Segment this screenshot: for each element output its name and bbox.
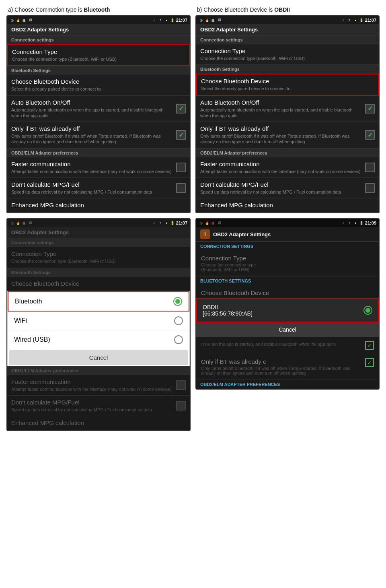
wifi-status-icon: ▾ [164, 18, 169, 23]
dialog-bluetooth-radio[interactable] [173, 297, 182, 306]
bg-mpg-title-a2: Don't calculate MPG/Fuel [11, 399, 173, 406]
only-bt-text: Only if BT was already off Only turns on… [11, 125, 173, 145]
faster-text: Faster communication Attempt faster comm… [11, 161, 173, 174]
dark-only-cb[interactable]: ✓ [365, 358, 374, 367]
status-left-b2: ◎ 🔥 ▦ 🖼 [199, 221, 222, 225]
only-bt-item-a1[interactable]: Only if BT was already off Only turns on… [7, 122, 190, 149]
dark-conn-type[interactable]: Connection Type Choose the connection ty… [196, 251, 379, 276]
auto-bt-checkbox[interactable]: ✓ [176, 104, 186, 113]
bg-bt-title-a2: Choose Bluetooth Device [11, 280, 186, 287]
bg-enhanced-a2: Enhanced MPG calculation [7, 416, 190, 430]
dark-settings-b2: CONNECTION SETTINGS Connection Type Choo… [196, 242, 379, 389]
mpg-cb-b1[interactable] [365, 183, 375, 193]
enhanced-b1[interactable]: Enhanced MPG calculation [196, 198, 379, 213]
check-icon2: ✓ [179, 131, 184, 139]
bg-conn-text-a2: Connection Type Choose the connection ty… [11, 250, 186, 264]
dark-section-obd: OBD2/ELM ADAPTER PREFERENCES [196, 380, 379, 389]
bat-b2: 🔋 [359, 221, 364, 225]
bg-mpg-cb-a2 [176, 401, 186, 411]
dialog-bluetooth-label: Bluetooth [15, 298, 42, 305]
enhanced-text: Enhanced MPG calculation [11, 202, 186, 209]
dark-only-bt[interactable]: Only if BT was already c Only turns on/o… [196, 354, 379, 380]
bg-bt-a2: Choose Bluetooth Device [7, 277, 190, 291]
bg-faster-title-a2: Faster communication [11, 378, 173, 386]
auto-bt-cb-b1[interactable]: ✓ [365, 104, 375, 113]
quadrant-a-bottom: ◎ 🔥 ▦ 🖼 ⑁ ? ▾ 🔋 21:07 OBD2 Adapter Setti… [4, 216, 193, 433]
dark-obdii-radio[interactable] [363, 306, 372, 315]
bg-conn-title-a2: Connection Type [11, 250, 186, 258]
dark-auto-bt[interactable]: on when the app is started, and disable … [196, 337, 379, 354]
enhanced-title: Enhanced MPG calculation [11, 202, 186, 209]
grid-icon-b: ▦ [211, 18, 216, 23]
bg-enhanced-text-a2: Enhanced MPG calculation [11, 419, 186, 427]
dialog-wifi-option[interactable]: WiFi [8, 312, 189, 330]
faster-b1[interactable]: Faster communication Attempt faster comm… [196, 157, 379, 178]
faster-sub-b1: Attempt faster communications with the i… [200, 169, 362, 174]
only-bt-b1[interactable]: Only if BT was already off Only turns on… [196, 122, 379, 149]
section-header-connection-a1: Connection settings [7, 35, 190, 44]
dark-cancel-btn[interactable]: Cancel [196, 322, 379, 337]
status-left-a2: ◎ 🔥 ▦ 🖼 [10, 221, 33, 225]
choose-bt-text-b1: Choose Bluetooth Device Select the alrea… [201, 78, 374, 91]
choose-bt-title: Choose Bluetooth Device [11, 78, 186, 85]
conn-type-title-b1: Connection Type [200, 47, 375, 55]
choose-bt-item-a1[interactable]: Choose Bluetooth Device Select the alrea… [7, 75, 190, 95]
only-bt-checkbox[interactable]: ✓ [176, 130, 186, 140]
wifi-status-icon-b: ▾ [353, 18, 358, 23]
connection-type-title: Connection Type [12, 48, 185, 56]
dark-choose-bt[interactable]: Choose Bluetooth Device [196, 285, 379, 298]
faster-checkbox[interactable] [176, 163, 186, 172]
dialog-usb-radio[interactable] [174, 335, 183, 344]
bg-faster-cb-a2 [176, 380, 186, 390]
connection-type-item-a1[interactable]: Connection Type Choose the connection ty… [7, 44, 190, 66]
dark-choose-text: Choose Bluetooth Device [201, 289, 269, 296]
mpg-sub: Speed up data retrieval by not calculati… [11, 189, 173, 195]
section-b-label: b) Choose Bluetooth Device is OBDII [195, 6, 380, 13]
bg-mpg-a2: Don't calculate MPG/Fuel Speed up data r… [7, 396, 190, 416]
auto-bt-item-a1[interactable]: Auto Bluetooth On/Off Automatically turn… [7, 96, 190, 122]
phone-b-top: ◎ 🔥 ▦ 🖼 ⑁ ? ▾ 🔋 21:07 OBD2 Adapter Setti… [195, 15, 380, 213]
signal-icon: ? [158, 18, 163, 23]
dialog-bluetooth-option[interactable]: Bluetooth [8, 291, 189, 312]
status-time-a1: 21:07 [176, 18, 187, 23]
quadrant-b-bottom: ◎ 🔥 ▦ 🖼 ⑁ ? ▾ 🔋 21:09 T OBD2 Adapter Set… [193, 216, 382, 433]
dialog-wifi-label: WiFi [14, 317, 27, 324]
circle-a2: ◎ [10, 221, 14, 225]
enhanced-item-a1[interactable]: Enhanced MPG calculation [7, 198, 190, 213]
dialog-cancel-a[interactable]: Cancel [9, 350, 188, 365]
dark-auto-cb[interactable]: ✓ [365, 341, 374, 350]
connection-type-text: Connection Type Choose the connection ty… [12, 48, 185, 62]
mpg-b1[interactable]: Don't calculate MPG/Fuel Speed up data r… [196, 178, 379, 198]
choose-bt-item-b1[interactable]: Choose Bluetooth Device Select the alrea… [196, 74, 379, 95]
mpg-sub-b1: Speed up data retrieval by not calculati… [200, 189, 362, 195]
auto-bt-sub-b1: Automatically turn bluetooth on when the… [200, 107, 362, 119]
battery-icon-b: 🔋 [359, 18, 364, 23]
check-b1-2: ✓ [368, 131, 373, 139]
conn-type-b1[interactable]: Connection Type Choose the connection ty… [196, 44, 379, 65]
status-bar-b2: ◎ 🔥 ▦ 🖼 ⑁ ? ▾ 🔋 21:09 [196, 219, 379, 227]
bg-bt-text-a2: Choose Bluetooth Device [11, 280, 186, 287]
mpg-item-a1[interactable]: Don't calculate MPG/Fuel Speed up data r… [7, 178, 190, 198]
mpg-title-b1: Don't calculate MPG/Fuel [200, 181, 362, 188]
only-bt-title-b1: Only if BT was already off [200, 125, 362, 132]
fire-icon: 🔥 [16, 18, 21, 23]
faster-title: Faster communication [11, 161, 173, 168]
phone-a-bottom: ◎ 🔥 ▦ 🖼 ⑁ ? ▾ 🔋 21:07 OBD2 Adapter Setti… [6, 218, 191, 431]
only-bt-sub-b1: Only turns on/off Bluetooth if it was of… [200, 133, 362, 145]
only-bt-cb-b1[interactable]: ✓ [365, 130, 375, 140]
mpg-text: Don't calculate MPG/Fuel Speed up data r… [11, 181, 173, 195]
only-bt-text-b1: Only if BT was already off Only turns on… [200, 125, 362, 145]
mpg-checkbox[interactable] [176, 183, 186, 193]
faster-cb-b1[interactable] [365, 163, 375, 172]
choose-bt-text: Choose Bluetooth Device Select the alrea… [11, 78, 186, 92]
dark-conn-sub: Choose the connection type(Bluetooth, Wi… [201, 262, 256, 272]
dialog-usb-option[interactable]: Wired (USB) [8, 330, 189, 349]
only-bt-title: Only if BT was already off [11, 125, 173, 132]
bg-section-conn-a2: Connection settings [7, 238, 190, 247]
bg-faster-a2: Faster communication Attempt faster comm… [7, 375, 190, 396]
auto-bt-b1[interactable]: Auto Bluetooth On/Off Automatically turn… [196, 96, 379, 122]
dialog-wifi-radio[interactable] [174, 316, 183, 325]
check-b1: ✓ [368, 105, 373, 112]
faster-item-a1[interactable]: Faster communication Attempt faster comm… [7, 157, 190, 178]
dark-dialog-obdii[interactable]: OBDII [66:35:56:78:90:AB] [196, 298, 379, 322]
